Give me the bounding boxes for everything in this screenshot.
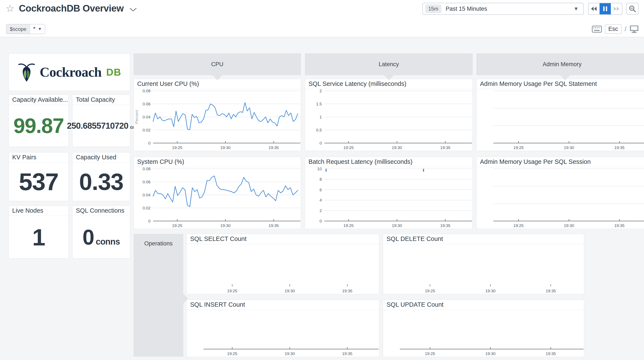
time-range-caret-icon: ▼ — [574, 6, 578, 12]
svg-text:1: 1 — [320, 115, 322, 119]
stat-total-capacity[interactable]: Total Capacity 250.6855710720 GB — [72, 95, 130, 147]
chart-admin-memory-per-statement[interactable]: Admin Memory Usage Per SQL Statement 19:… — [476, 79, 644, 151]
svg-text:0.06: 0.06 — [142, 180, 150, 184]
svg-text:19:35: 19:35 — [268, 145, 279, 150]
stat-title: Capacity Used — [72, 152, 130, 163]
svg-text:0: 0 — [148, 141, 150, 145]
chart-title: Admin Memory Usage Per SQL Session — [476, 157, 644, 167]
svg-text:19:25: 19:25 — [514, 223, 524, 228]
chart-plot-area[interactable]: 19:2519:3019:35 — [383, 310, 584, 357]
tv-mode-icon[interactable] — [630, 25, 639, 33]
chart-title: SQL INSERT Count — [187, 300, 379, 310]
scope-var-value: * — [33, 26, 35, 32]
chart-admin-memory-per-session[interactable]: Admin Memory Usage Per SQL Session 19:25… — [476, 157, 644, 229]
chart-plot-area[interactable]: 19:2519:3019:35 — [476, 167, 644, 229]
svg-text:19:30: 19:30 — [220, 223, 231, 228]
group-header-operations[interactable]: Operations — [134, 234, 183, 357]
stat-title: Total Capacity — [72, 95, 130, 105]
page-title: CockroachDB Overview — [19, 3, 124, 14]
scope-caret-icon: ▼ — [38, 27, 42, 31]
shortcut-hint-bar: Esc / — [592, 24, 639, 34]
svg-text:19:35: 19:35 — [268, 223, 279, 228]
chart-plot-area[interactable]: 00.020.040.060.0819:2519:3019:35 — [134, 167, 301, 229]
stat-kv-pairs[interactable]: KV Pairs 537 — [8, 152, 68, 201]
chart-title: SQL DELETE Count — [383, 234, 584, 244]
chart-sql-select-count[interactable]: SQL SELECT Count 19:2519:3019:35 — [186, 234, 379, 294]
svg-text:19:25: 19:25 — [227, 352, 237, 356]
stat-value: 99.87 — [13, 114, 64, 138]
zoom-out-button[interactable] — [626, 3, 639, 15]
svg-text:0.02: 0.02 — [142, 206, 150, 210]
logo-wordmark: Cockroach — [40, 64, 102, 80]
time-range-selector[interactable]: 15m Past 15 Minutes ▼ — [422, 3, 584, 15]
chart-plot-area[interactable]: 024681019:2519:3019:35 — [305, 167, 472, 229]
stat-sql-connections[interactable]: SQL Connections 0 conns — [72, 206, 130, 259]
svg-text:19:25: 19:25 — [344, 145, 354, 150]
chart-system-cpu[interactable]: System CPU (%) 00.020.040.060.0819:2519:… — [134, 157, 301, 229]
stat-live-nodes[interactable]: Live Nodes 1 — [8, 206, 68, 259]
group-header-admin-memory[interactable]: Admin Memory — [476, 53, 644, 75]
template-variable-scope[interactable]: $scope * ▼ — [6, 24, 45, 34]
title-chevron-down-icon[interactable] — [130, 8, 137, 12]
svg-text:0: 0 — [320, 141, 322, 145]
chart-sql-delete-count[interactable]: SQL DELETE Count 19:2519:3019:35 — [383, 234, 584, 294]
svg-text:19:25: 19:25 — [425, 352, 435, 356]
svg-text:0.5: 0.5 — [316, 128, 322, 132]
svg-text:19:35: 19:35 — [614, 223, 625, 228]
chart-plot-area[interactable]: 19:2519:3019:35 — [187, 310, 379, 357]
group-label: Latency — [378, 61, 399, 68]
svg-text:0.02: 0.02 — [142, 128, 150, 132]
svg-text:2: 2 — [320, 208, 322, 213]
svg-text:0.06: 0.06 — [142, 102, 150, 106]
stat-title: Live Nodes — [9, 206, 68, 216]
stat-title: KV Pairs — [9, 152, 68, 163]
stat-capacity-used[interactable]: Capacity Used 0.33 — [72, 152, 130, 201]
time-range-badge: 15m — [425, 4, 442, 13]
group-notch — [560, 75, 570, 80]
chart-sql-update-count[interactable]: SQL UPDATE Count 19:2519:3019:35 — [383, 300, 584, 357]
svg-text:8: 8 — [320, 177, 322, 182]
svg-text:19:25: 19:25 — [172, 145, 182, 150]
chart-title: SQL Service Latency (milliseconds) — [305, 79, 472, 89]
svg-text:0: 0 — [320, 219, 322, 223]
chart-title: System CPU (%) — [134, 157, 301, 167]
svg-text:0.08: 0.08 — [142, 89, 150, 93]
stat-value: 1 — [32, 224, 45, 251]
group-label: CPU — [211, 61, 224, 68]
chart-plot-area[interactable]: 00.511.5219:2519:3019:35 — [305, 89, 472, 151]
svg-text:10: 10 — [317, 167, 322, 171]
time-shift-controls — [588, 3, 622, 15]
chart-plot-area[interactable]: 19:2519:3019:35 — [383, 244, 584, 294]
keyboard-icon[interactable] — [592, 26, 602, 32]
chart-plot-area[interactable]: 19:2519:3019:35 — [187, 244, 379, 294]
chart-plot-area[interactable]: 00.020.040.060.0819:2519:3019:35Percent — [134, 89, 301, 151]
svg-text:19:35: 19:35 — [342, 352, 352, 356]
scope-var-value-dropdown[interactable]: * ▼ — [30, 24, 44, 34]
forward-button[interactable] — [611, 3, 622, 14]
rewind-button[interactable] — [588, 3, 600, 14]
group-header-cpu[interactable]: CPU — [134, 53, 301, 75]
pause-button[interactable] — [600, 3, 611, 14]
svg-text:2: 2 — [320, 89, 322, 93]
stat-value: 537 — [19, 168, 58, 196]
chart-sql-service-latency[interactable]: SQL Service Latency (milliseconds) 00.51… — [305, 79, 473, 151]
chart-current-user-cpu[interactable]: Current User CPU (%) 00.020.040.060.0819… — [134, 79, 301, 151]
cockroachdb-logo-widget[interactable]: Cockroach DB — [8, 53, 130, 91]
chart-batch-request-latency[interactable]: Batch Request Latency (milliseconds) 024… — [305, 157, 473, 229]
esc-key-button[interactable]: Esc — [605, 24, 622, 34]
group-header-latency[interactable]: Latency — [305, 53, 473, 75]
svg-text:19:30: 19:30 — [485, 352, 496, 356]
svg-text:19:30: 19:30 — [285, 352, 295, 356]
svg-text:1.5: 1.5 — [316, 102, 322, 106]
logo-db-suffix: DB — [106, 66, 121, 78]
svg-text:19:30: 19:30 — [220, 145, 231, 150]
favorite-star-icon[interactable]: ☆ — [6, 3, 14, 13]
svg-text:19:35: 19:35 — [546, 352, 556, 356]
chart-plot-area[interactable]: 19:2519:3019:35 — [476, 89, 644, 151]
svg-text:19:30: 19:30 — [485, 289, 496, 293]
chart-sql-insert-count[interactable]: SQL INSERT Count 19:2519:3019:35 — [186, 300, 379, 357]
scope-var-name: $scope — [6, 24, 30, 34]
svg-text:0.04: 0.04 — [142, 193, 150, 197]
stat-capacity-available[interactable]: Capacity Available... 99.87 — [8, 95, 68, 147]
svg-text:Percent: Percent — [134, 110, 139, 124]
